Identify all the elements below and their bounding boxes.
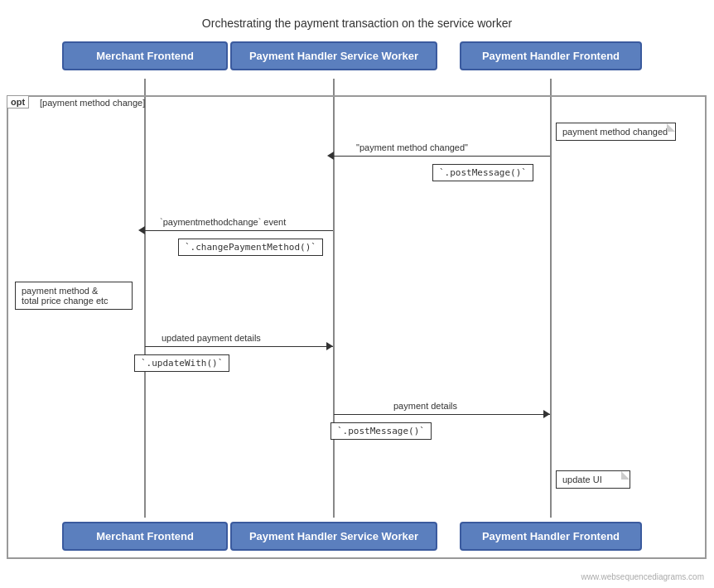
method-box-changepayment: `.changePaymentMethod()`: [178, 239, 323, 256]
method-box-updatewith: `.updateWith()`: [134, 354, 229, 372]
arrow-line-2: [145, 230, 333, 231]
arrowhead-4: [543, 410, 550, 418]
arrow-label-1: "payment method changed": [356, 142, 468, 152]
actor-sw-top: Payment Handler Service Worker: [230, 41, 437, 70]
diagram-container: Orchestrating the payment transaction on…: [0, 0, 714, 588]
diagram-title: Orchestrating the payment transaction on…: [0, 8, 714, 30]
note-update-ui-text: update UI: [562, 475, 602, 484]
actor-phf-bottom: Payment Handler Frontend: [460, 522, 642, 551]
arrowhead-3: [326, 342, 333, 350]
arrowhead-2: [138, 226, 145, 234]
actor-phf-top: Payment Handler Frontend: [460, 41, 642, 70]
arrowhead-1: [327, 152, 334, 160]
arrow-label-2: `paymentmethodchange` event: [160, 217, 286, 227]
opt-condition: [payment method change]: [40, 98, 145, 108]
arrow-label-4: payment details: [393, 401, 457, 411]
note-payment-changed-text: payment method changed: [562, 127, 668, 137]
actor-merchant-bottom: Merchant Frontend: [62, 522, 228, 551]
opt-box: [7, 95, 707, 559]
arrow-line-1: [334, 156, 550, 157]
arrow-line-3: [145, 346, 333, 347]
note-update-ui: update UI: [556, 470, 630, 489]
actor-merchant-top: Merchant Frontend: [62, 41, 228, 70]
opt-label: opt: [7, 95, 29, 108]
watermark: www.websequencediagrams.com: [581, 572, 704, 581]
side-note: payment method & total price change etc: [15, 282, 133, 310]
method-box-postmessage-2: `.postMessage()`: [330, 422, 432, 440]
actor-sw-bottom: Payment Handler Service Worker: [230, 522, 437, 551]
arrow-label-3: updated payment details: [162, 333, 261, 343]
arrow-line-4: [334, 414, 550, 415]
note-payment-changed: payment method changed: [556, 123, 676, 141]
method-box-postmessage-1: `.postMessage()`: [432, 164, 533, 181]
